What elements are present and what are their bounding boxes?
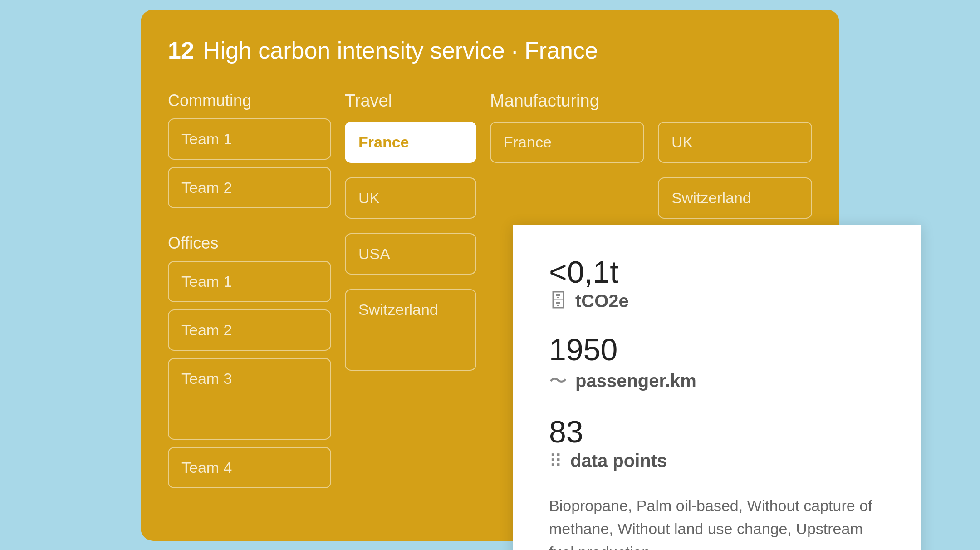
travel-uk[interactable]: UK: [345, 177, 476, 219]
manufacturing-column: Manufacturing France UK Switzerland: [490, 91, 812, 226]
offices-team-3[interactable]: Team 3: [168, 358, 331, 440]
card-title-text: High carbon intensity service: [203, 37, 505, 64]
travel-france[interactable]: France: [345, 122, 476, 163]
card-dot: ·: [511, 37, 524, 64]
travel-items: France UK USA Switzerland: [345, 122, 476, 378]
manufacturing-sub-cols: France UK Switzerland: [490, 122, 812, 226]
tooltip-dp-row: ⠿ data points: [549, 451, 885, 471]
card-location: France: [524, 37, 598, 64]
tooltip-unit-row: 🗄 tCO2e: [549, 291, 885, 311]
commuting-section: Commuting Team 1 Team 2: [168, 91, 331, 216]
offices-section: Offices Team 1 Team 2 Team 3 Team 4: [168, 234, 331, 496]
card-number: 12: [168, 37, 194, 64]
travel-switzerland[interactable]: Switzerland: [345, 289, 476, 371]
tooltip-unit: tCO2e: [575, 291, 629, 311]
offices-team-2[interactable]: Team 2: [168, 309, 331, 351]
database-icon: 🗄: [549, 291, 567, 311]
offices-team-1[interactable]: Team 1: [168, 261, 331, 302]
tooltip-dp-label: data points: [570, 451, 667, 471]
tooltip-dp-value: 83: [549, 416, 885, 447]
commuting-offices-column: Commuting Team 1 Team 2 Offices Team 1 T…: [168, 91, 331, 514]
main-card: 12 High carbon intensity service · Franc…: [141, 10, 839, 541]
mfg-uk[interactable]: UK: [658, 122, 812, 163]
tooltip-pkm-row: 〜 passenger.km: [549, 368, 885, 393]
tooltip-pkm-value: 1950: [549, 334, 885, 365]
travel-label: Travel: [345, 91, 476, 111]
manufacturing-right-col: UK Switzerland: [658, 122, 812, 226]
activity-icon: 〜: [549, 368, 567, 393]
tooltip-pkm-label: passenger.km: [575, 371, 696, 391]
offices-team-4[interactable]: Team 4: [168, 447, 331, 488]
mfg-switzerland[interactable]: Switzerland: [658, 177, 812, 219]
mfg-france[interactable]: France: [490, 122, 644, 163]
manufacturing-label: Manufacturing: [490, 91, 812, 111]
card-title: High carbon intensity service · France: [203, 37, 598, 64]
tooltip-value: <0,1t: [549, 256, 885, 287]
tooltip-card: <0,1t 🗄 tCO2e 1950 〜 passenger.km 83 ⠿ d…: [513, 225, 921, 550]
travel-usa[interactable]: USA: [345, 233, 476, 275]
tooltip-description: Biopropane, Palm oil-based, Without capt…: [549, 494, 885, 550]
commuting-team-2[interactable]: Team 2: [168, 167, 331, 208]
commuting-team-1[interactable]: Team 1: [168, 118, 331, 160]
travel-column: Travel France UK USA Switzerland: [345, 91, 476, 378]
manufacturing-left-col: France: [490, 122, 644, 226]
offices-label: Offices: [168, 234, 331, 253]
card-header: 12 High carbon intensity service · Franc…: [168, 37, 812, 64]
commuting-label: Commuting: [168, 91, 331, 110]
grid-icon: ⠿: [549, 451, 562, 471]
